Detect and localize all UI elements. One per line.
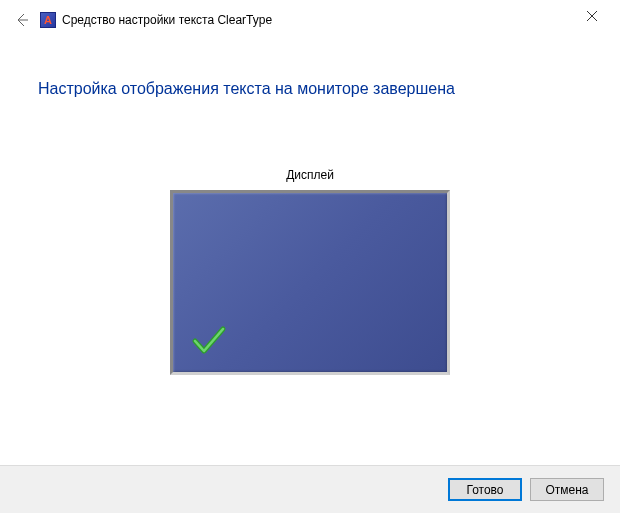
window-title: Средство настройки текста ClearType [62, 13, 272, 27]
content-area: Настройка отображения текста на мониторе… [0, 40, 620, 375]
app-icon: A [40, 12, 56, 28]
monitor-preview [170, 190, 450, 375]
display-area: Дисплей [38, 168, 582, 375]
back-button[interactable] [10, 8, 34, 32]
finish-button[interactable]: Готово [448, 478, 522, 501]
display-label: Дисплей [38, 168, 582, 182]
arrow-left-icon [14, 12, 30, 28]
page-heading: Настройка отображения текста на мониторе… [38, 80, 582, 98]
title-bar: A Средство настройки текста ClearType [0, 0, 620, 40]
checkmark-icon [191, 323, 227, 362]
close-icon [587, 11, 597, 21]
button-bar: Готово Отмена [0, 465, 620, 513]
close-button[interactable] [572, 4, 612, 28]
cancel-button[interactable]: Отмена [530, 478, 604, 501]
